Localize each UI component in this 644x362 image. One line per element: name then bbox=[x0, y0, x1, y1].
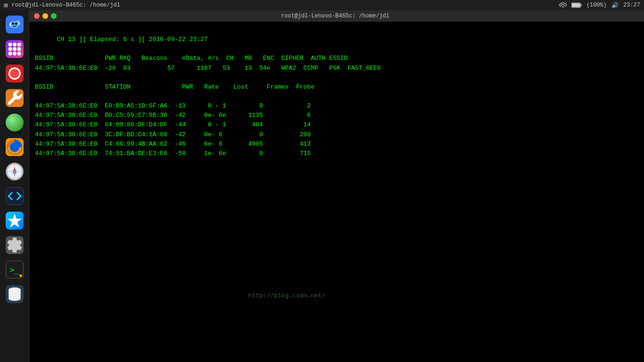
svg-rect-8 bbox=[10, 21, 18, 28]
svg-point-15 bbox=[13, 47, 17, 51]
svg-point-14 bbox=[8, 47, 12, 51]
svg-point-16 bbox=[17, 47, 21, 51]
station-row-0: 44:97:5A:38:6E:E0 E0:B9:A5:1D:6F:A6 -13 … bbox=[35, 102, 311, 109]
svg-point-11 bbox=[8, 43, 12, 47]
battery-icon bbox=[571, 2, 582, 8]
dock-item-app3[interactable] bbox=[4, 112, 25, 133]
station-row-5: 44:97:5A:38:6E:E0 74:51:BA:DE:E3:E6 -58 … bbox=[35, 150, 311, 157]
maximize-button[interactable] bbox=[51, 13, 57, 19]
dock-item-settings[interactable] bbox=[4, 234, 25, 256]
dock: >_ bbox=[0, 10, 29, 362]
titlebar-title: root@jdl-Lenovo-B465c: /home/jdl bbox=[57, 13, 614, 19]
grid-icon: ⊞ bbox=[4, 1, 8, 9]
svg-point-12 bbox=[13, 43, 17, 47]
svg-rect-1 bbox=[580, 4, 581, 7]
sound-icon: 🔊 bbox=[611, 2, 619, 9]
dock-item-firefox[interactable] bbox=[4, 136, 25, 158]
svg-point-10 bbox=[15, 23, 17, 25]
terminal-content[interactable]: CH 13 ][ Elapsed: 6 s ][ 2016-09-22 23:2… bbox=[29, 22, 644, 362]
ap-data-row: 44:97:5A:38:6E:E0 -28 83 57 1187 53 13 5… bbox=[35, 65, 380, 72]
dock-item-db[interactable] bbox=[4, 283, 25, 305]
dock-item-appstore[interactable] bbox=[4, 210, 25, 231]
titlebar-buttons bbox=[34, 13, 57, 19]
svg-rect-2 bbox=[572, 3, 580, 7]
dock-item-safari[interactable] bbox=[4, 161, 25, 182]
blank-line-1 bbox=[35, 45, 39, 52]
terminal-window: root@jdl-Lenovo-B465c: /home/jdl CH 13 ]… bbox=[29, 10, 644, 362]
sysbar-title-area: ⊞ root@jdl-Lenovo-B465c: /home/jdl bbox=[4, 1, 120, 9]
elapsed-line: CH 13 ][ Elapsed: 6 s ][ 2016-09-22 23:2… bbox=[57, 36, 208, 43]
station-row-4: 44:97:5A:38:6E:E0 C4:66:99:4B:AA:62 -46 … bbox=[35, 140, 311, 148]
blank-line-2 bbox=[35, 74, 39, 81]
svg-point-17 bbox=[8, 52, 12, 56]
terminal-title: root@jdl-Lenovo-B465c: /home/jdl bbox=[11, 2, 120, 8]
battery-percent: (100%) bbox=[586, 2, 607, 8]
dock-item-app2[interactable] bbox=[4, 87, 25, 109]
titlebar: root@jdl-Lenovo-B465c: /home/jdl bbox=[29, 10, 644, 22]
svg-point-18 bbox=[13, 52, 17, 56]
minimize-button[interactable] bbox=[42, 13, 48, 19]
dock-item-app1[interactable] bbox=[4, 63, 25, 84]
svg-point-19 bbox=[17, 52, 21, 56]
system-bar: ⊞ root@jdl-Lenovo-B465c: /home/jdl (100%… bbox=[0, 0, 644, 10]
svg-point-13 bbox=[17, 43, 21, 47]
clock: 23:27 bbox=[623, 2, 640, 8]
dock-item-app4[interactable] bbox=[4, 185, 25, 207]
watermark: http://blog.csdn.net/ bbox=[35, 292, 325, 299]
station-row-3: 44:97:5A:38:6E:E0 3C:DF:BD:C4:1A:60 -42 … bbox=[35, 131, 311, 138]
svg-point-9 bbox=[12, 23, 14, 25]
blank-line-3 bbox=[35, 93, 39, 100]
station-row-1: 44:97:5A:38:6E:E0 B0:C5:59:C7:0B:30 -42 … bbox=[35, 112, 311, 119]
dock-item-launchpad[interactable] bbox=[4, 38, 25, 60]
dock-item-terminal[interactable]: >_ bbox=[4, 259, 25, 280]
close-button[interactable] bbox=[34, 13, 40, 19]
wifi-icon bbox=[559, 1, 567, 9]
header-row-2: BSSID STATION PWR Rate Lost Frames Probe bbox=[35, 83, 314, 90]
sysbar-right: (100%) 🔊 23:27 bbox=[559, 1, 640, 9]
header-row-1: BSSID PWR RXQ Beacons #Data, #/s CH MB E… bbox=[35, 55, 347, 62]
station-row-2: 44:97:5A:38:6E:E0 64:09:80:DF:D4:DF -44 … bbox=[35, 121, 311, 128]
dock-item-finder[interactable] bbox=[4, 14, 25, 35]
